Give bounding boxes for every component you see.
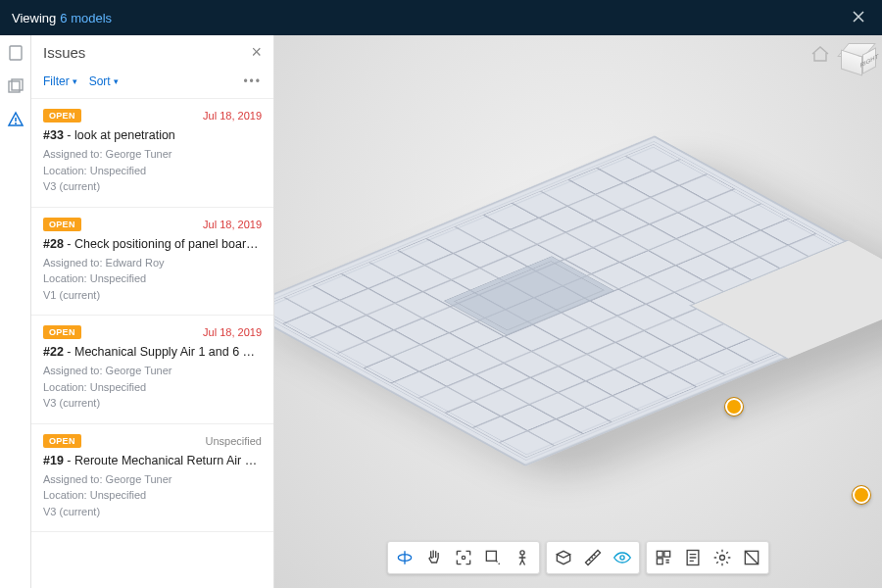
issues-list: OPENJul 18, 2019#33 - look at penetratio… bbox=[31, 99, 273, 588]
measure-icon bbox=[583, 548, 603, 567]
viewer-toolbar bbox=[387, 541, 769, 574]
orbit-icon bbox=[395, 548, 415, 567]
toolbar-group bbox=[646, 541, 769, 574]
issue-item[interactable]: OPENJul 18, 2019#33 - look at penetratio… bbox=[31, 99, 273, 208]
toolbar-group bbox=[546, 541, 640, 574]
issue-meta: Assigned to: George TunerLocation: Unspe… bbox=[43, 146, 262, 195]
issue-meta: Assigned to: George TunerLocation: Unspe… bbox=[43, 363, 262, 412]
svg-point-4 bbox=[462, 556, 465, 559]
chevron-down-icon: ▾ bbox=[114, 76, 119, 86]
model-viewer[interactable]: RIGHT bbox=[274, 35, 882, 588]
issue-title: #33 - look at penetration bbox=[43, 128, 262, 142]
issue-marker[interactable] bbox=[853, 486, 870, 504]
look-at-button[interactable] bbox=[611, 546, 634, 569]
measure-button[interactable] bbox=[581, 546, 605, 569]
settings-icon bbox=[712, 548, 732, 567]
close-icon bbox=[851, 9, 866, 24]
filter-dropdown[interactable]: Filter▾ bbox=[43, 74, 77, 88]
left-rail bbox=[0, 35, 31, 588]
issues-panel: Issues × Filter▾ Sort▾ ••• OPENJul 18, 2… bbox=[31, 35, 274, 588]
first-person-button[interactable] bbox=[511, 546, 534, 569]
svg-point-12 bbox=[720, 556, 725, 561]
svg-rect-8 bbox=[657, 551, 662, 557]
issue-title: #19 - Reroute Mechanical Return Air 1 al… bbox=[43, 454, 262, 467]
status-badge: OPEN bbox=[43, 109, 81, 122]
rail-sheets-button[interactable] bbox=[6, 76, 25, 96]
issues-warning-icon bbox=[7, 111, 24, 128]
properties-button[interactable] bbox=[681, 546, 705, 569]
zoom-window-icon bbox=[483, 548, 503, 567]
rail-issues-button[interactable] bbox=[6, 110, 25, 129]
issue-item[interactable]: OPENJul 18, 2019#28 - Check positioning … bbox=[31, 208, 273, 317]
properties-icon bbox=[683, 548, 703, 567]
top-bar: Viewing 6 models bbox=[0, 0, 882, 35]
model-browser-icon bbox=[654, 548, 673, 567]
svg-point-6 bbox=[520, 551, 524, 555]
issue-date: Jul 18, 2019 bbox=[203, 219, 262, 230]
panel-close-button[interactable]: × bbox=[251, 43, 262, 61]
issue-date: Unspecified bbox=[206, 435, 262, 447]
svg-point-3 bbox=[15, 122, 16, 123]
panel-title: Issues bbox=[43, 44, 85, 61]
issue-title: #28 - Check positioning of panel boards … bbox=[43, 237, 262, 251]
look-at-icon bbox=[612, 548, 632, 567]
panel-tools: Filter▾ Sort▾ ••• bbox=[31, 69, 273, 99]
issue-date: Jul 18, 2019 bbox=[203, 326, 262, 338]
svg-rect-9 bbox=[664, 551, 670, 557]
first-person-icon bbox=[513, 548, 532, 567]
issue-meta: Assigned to: George TunerLocation: Unspe… bbox=[43, 471, 262, 520]
issue-meta: Assigned to: Edward RoyLocation: Unspeci… bbox=[43, 255, 262, 304]
model-count[interactable]: 6 models bbox=[60, 11, 112, 25]
issue-date: Jul 18, 2019 bbox=[203, 110, 262, 122]
fullscreen-icon bbox=[742, 548, 761, 567]
rail-page-button[interactable] bbox=[6, 43, 25, 63]
status-badge: OPEN bbox=[43, 434, 81, 448]
svg-rect-10 bbox=[657, 559, 662, 564]
page-icon bbox=[7, 44, 24, 62]
zoom-window-button[interactable] bbox=[481, 546, 505, 569]
issue-marker[interactable] bbox=[725, 398, 743, 416]
sort-dropdown[interactable]: Sort▾ bbox=[89, 74, 119, 88]
issue-item[interactable]: OPENJul 18, 2019#22 - Mechanical Supply … bbox=[31, 316, 273, 424]
model-browser-button[interactable] bbox=[652, 546, 675, 569]
svg-rect-0 bbox=[10, 46, 22, 60]
panel-more-button[interactable]: ••• bbox=[243, 74, 262, 88]
home-icon bbox=[809, 43, 831, 65]
status-badge: OPEN bbox=[43, 325, 81, 339]
toolbar-group bbox=[387, 541, 540, 574]
chevron-down-icon: ▾ bbox=[73, 76, 77, 86]
pan-button[interactable] bbox=[422, 546, 446, 569]
fit-icon bbox=[454, 548, 473, 567]
home-view-button[interactable] bbox=[809, 43, 831, 65]
issue-title: #22 - Mechanical Supply Air 1 and 6 othe… bbox=[43, 345, 262, 359]
orbit-button[interactable] bbox=[393, 546, 416, 569]
fullscreen-button[interactable] bbox=[740, 546, 763, 569]
pan-icon bbox=[424, 548, 444, 567]
svg-rect-5 bbox=[486, 551, 496, 561]
svg-point-7 bbox=[620, 556, 624, 560]
settings-button[interactable] bbox=[710, 546, 734, 569]
panel-header: Issues × bbox=[31, 35, 273, 69]
section-button[interactable] bbox=[552, 546, 575, 569]
status-badge: OPEN bbox=[43, 218, 81, 231]
building-model bbox=[274, 135, 882, 466]
nav-cube[interactable]: RIGHT bbox=[837, 41, 876, 80]
viewing-label: Viewing bbox=[12, 11, 56, 25]
sheets-icon bbox=[7, 77, 24, 95]
close-viewer-button[interactable] bbox=[847, 5, 870, 31]
issue-item[interactable]: OPENUnspecified#19 - Reroute Mechanical … bbox=[31, 424, 273, 533]
fit-button[interactable] bbox=[452, 546, 475, 569]
section-icon bbox=[554, 548, 573, 567]
